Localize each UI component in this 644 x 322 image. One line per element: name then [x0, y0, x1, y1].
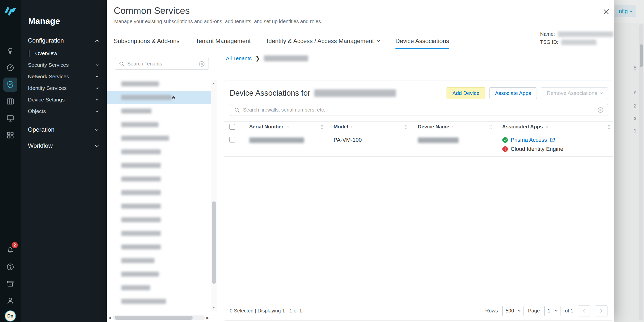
- tenant-list-item[interactable]: [107, 172, 211, 186]
- app-prisma-access: Prisma Access: [502, 137, 613, 143]
- clear-search-icon[interactable]: [597, 107, 604, 113]
- tenant-list-scrollbar-thumb[interactable]: [212, 201, 216, 284]
- remove-associations-button[interactable]: Remove Associations: [541, 87, 608, 99]
- column-grip-icon[interactable]: [608, 124, 611, 129]
- sidebar-item-network-services[interactable]: Network Services: [21, 71, 107, 82]
- tenant-list-item[interactable]: [107, 227, 211, 240]
- tenant-list-item[interactable]: [107, 104, 211, 118]
- workstation-monitor-icon[interactable]: [3, 111, 17, 125]
- section-label: Configuration: [28, 37, 64, 44]
- tenant-list-item[interactable]: [107, 267, 211, 281]
- background-table-value: 1: [634, 128, 636, 133]
- breadcrumb-tenant-redacted: [264, 55, 308, 61]
- tenant-list-item[interactable]: [107, 295, 211, 308]
- tenant-list-item[interactable]: [107, 118, 211, 131]
- column-model[interactable]: Model ↑↓: [326, 124, 410, 130]
- tenant-name-redacted: [121, 258, 154, 263]
- column-associated-apps[interactable]: Associated Apps ↑↓: [495, 124, 613, 130]
- prisma-access-link[interactable]: Prisma Access: [511, 137, 547, 143]
- tenant-name-redacted: [558, 31, 613, 37]
- external-link-icon[interactable]: [549, 137, 555, 143]
- palo-alto-logo[interactable]: [5, 7, 16, 17]
- device-search-input[interactable]: [243, 107, 594, 113]
- tab-subscriptions-add-ons[interactable]: Subscriptions & Add-ons: [114, 38, 179, 49]
- sidebar-item-device-settings[interactable]: Device Settings: [21, 94, 107, 105]
- column-label: Model: [334, 124, 348, 130]
- push-config-button[interactable]: nfig: [615, 6, 636, 17]
- tenant-list-scrollbar[interactable]: ▲ ▼: [211, 80, 217, 311]
- sort-icon[interactable]: ↑↓: [351, 125, 353, 129]
- tenant-list-item[interactable]: [107, 281, 211, 295]
- tenant-list-item[interactable]: [107, 199, 211, 213]
- next-page-button[interactable]: [595, 305, 608, 316]
- clear-search-icon[interactable]: [198, 61, 205, 67]
- avatar[interactable]: Do: [5, 310, 16, 321]
- add-device-button[interactable]: Add Device: [447, 87, 485, 99]
- column-serial-number[interactable]: Serial Number ↑↓: [242, 124, 326, 130]
- user-icon[interactable]: [3, 294, 17, 308]
- device-associations-card: Device Associations for Add Device Assoc…: [224, 81, 613, 321]
- close-icon[interactable]: [601, 7, 611, 17]
- scroll-right-arrow-icon[interactable]: ▶: [206, 316, 209, 320]
- sort-icon[interactable]: ↑↓: [286, 125, 289, 129]
- tenant-list-item[interactable]: [107, 159, 211, 172]
- reports-table-icon[interactable]: [3, 94, 17, 109]
- column-grip-icon[interactable]: [405, 124, 408, 129]
- sort-icon[interactable]: ↑↓: [545, 125, 548, 129]
- page-select[interactable]: 1: [544, 306, 560, 316]
- notification-count-badge: 2: [12, 242, 18, 248]
- dashboard-gauge-icon[interactable]: [3, 61, 17, 75]
- background-scrollbar-thumb[interactable]: [640, 44, 643, 67]
- breadcrumb-all-tenants-link[interactable]: All Tenants: [226, 55, 252, 61]
- status-error-icon: [502, 146, 508, 152]
- column-device-name[interactable]: Device Name ↑↓: [410, 124, 495, 130]
- sort-icon[interactable]: ↑↓: [452, 125, 454, 129]
- tenant-panel-hscrollbar[interactable]: ◀ ▶: [108, 314, 209, 321]
- modal-subtitle: Manage your existing subscriptions and a…: [114, 19, 322, 24]
- tenant-list-item-selected[interactable]: e: [107, 91, 211, 104]
- scroll-up-arrow-icon[interactable]: ▲: [211, 82, 217, 85]
- insights-icon[interactable]: [3, 44, 17, 58]
- associate-apps-button[interactable]: Associate Apps: [489, 87, 537, 99]
- rows-per-page-select[interactable]: 500: [502, 306, 524, 316]
- chevron-left-icon: [582, 309, 586, 313]
- background-scrollbar[interactable]: [639, 24, 643, 320]
- tab-tenant-management[interactable]: Tenant Management: [195, 38, 251, 49]
- hscrollbar-thumb[interactable]: [115, 316, 193, 320]
- sidebar-item-security-services[interactable]: Security Services: [21, 59, 107, 71]
- tenant-list-item[interactable]: [107, 254, 211, 267]
- page-label: Page: [528, 308, 540, 314]
- row-checkbox[interactable]: [229, 137, 235, 142]
- chevron-down-icon: [95, 143, 99, 147]
- sidebar-item-identity-services[interactable]: Identity Services: [21, 82, 107, 94]
- scroll-down-arrow-icon[interactable]: ▼: [211, 306, 217, 309]
- manage-shield-icon[interactable]: [3, 78, 17, 92]
- section-label: Operation: [28, 126, 54, 133]
- tenant-list-item[interactable]: [107, 213, 211, 227]
- tenant-list-item[interactable]: [107, 77, 211, 91]
- previous-page-button[interactable]: [578, 305, 590, 316]
- tenant-list-item[interactable]: [107, 186, 211, 199]
- column-grip-icon[interactable]: [320, 124, 324, 129]
- hscrollbar-track[interactable]: [113, 315, 205, 320]
- help-icon[interactable]: [3, 260, 17, 274]
- sidebar-section-operation[interactable]: Operation: [21, 126, 107, 133]
- tenant-list-item[interactable]: [107, 145, 211, 159]
- sidebar-section-configuration[interactable]: Configuration: [21, 37, 107, 44]
- tenant-list-item[interactable]: [107, 240, 211, 254]
- tab-label: Identity & Access / Access Management: [267, 38, 374, 45]
- tab-identity-access-management[interactable]: Identity & Access / Access Management: [267, 38, 379, 49]
- sidebar-section-workflow[interactable]: Workflow: [21, 142, 107, 149]
- apps-grid-icon[interactable]: [3, 128, 17, 142]
- tab-device-associations[interactable]: Device Associations: [395, 38, 449, 49]
- release-archive-icon[interactable]: [3, 277, 17, 291]
- column-grip-icon[interactable]: [489, 124, 492, 129]
- scroll-left-arrow-icon[interactable]: ◀: [108, 316, 111, 320]
- sidebar-item-objects[interactable]: Objects: [21, 105, 107, 117]
- tab-label: Subscriptions & Add-ons: [114, 38, 179, 45]
- tenant-search-input[interactable]: [127, 61, 196, 67]
- sidebar-item-overview[interactable]: Overview: [21, 48, 107, 59]
- tenant-list-item[interactable]: [107, 131, 211, 145]
- select-all-checkbox[interactable]: [229, 124, 235, 130]
- notifications-bell-icon[interactable]: 2: [3, 243, 17, 257]
